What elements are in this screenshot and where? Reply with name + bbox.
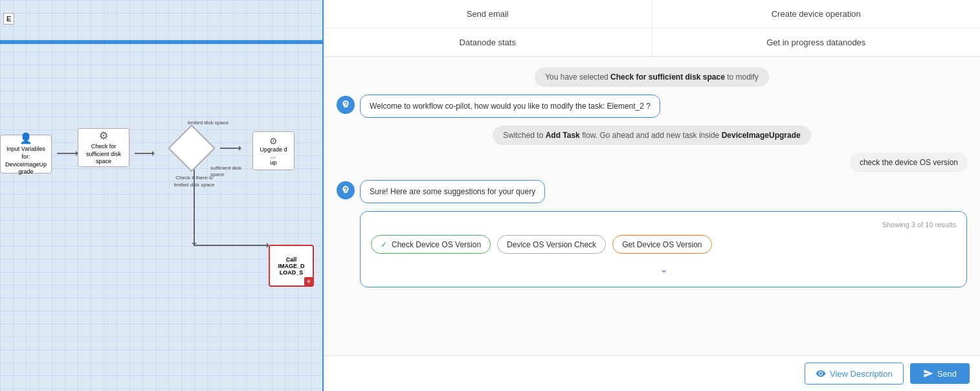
workflow-canvas: E 👤 Input Variablesfor:DeviceImageUpgrad…	[0, 0, 324, 391]
bot-bubble-2: Sure! Here are some suggestions for your…	[360, 180, 545, 203]
expand-chevron[interactable]: ⌄	[371, 260, 956, 278]
node-input-label: Input Variablesfor:DeviceImageUpgrade	[5, 146, 47, 176]
diamond-shape	[168, 124, 216, 172]
chip-device-os-version-check[interactable]: Device OS Version Check	[497, 235, 606, 254]
diamond-right-label: sufficient diskspace	[210, 165, 249, 179]
action-send-email[interactable]: Send email	[324, 0, 652, 28]
eye-icon	[816, 368, 826, 379]
gear-icon-upgrade: ⚙	[269, 136, 278, 146]
chip-check-device-os[interactable]: ✓ Check Device OS Version	[371, 235, 491, 254]
view-description-button[interactable]: View Description	[805, 363, 904, 385]
node-call-red[interactable]: CallIMAGE_DLOAD_S +	[269, 245, 314, 287]
node-upgrade-label: Upgrade d...up	[260, 146, 287, 166]
status-message-switched: Switched to Add Task flow. Go ahead and …	[493, 126, 810, 145]
send-button[interactable]: Send	[910, 363, 970, 384]
bot-avatar-1	[337, 96, 355, 114]
chip-get-device-os[interactable]: Get Device OS Version	[612, 235, 711, 254]
send-label: Send	[937, 369, 957, 379]
action-datanode-stats[interactable]: Datanode stats	[324, 28, 652, 56]
status-message-selected: You have selected Check for sufficient d…	[535, 67, 769, 87]
chips-row: ✓ Check Device OS Version Device OS Vers…	[371, 235, 956, 254]
chat-footer: View Description Send	[324, 355, 980, 391]
user-message: check the device OS version	[851, 153, 967, 172]
bot-avatar-2	[337, 181, 355, 199]
send-icon	[923, 368, 933, 379]
arrow-right-bottom	[194, 245, 269, 246]
check-icon: ✓	[381, 240, 388, 249]
action-buttons-grid: Send email Create device operation Datan…	[324, 0, 980, 57]
arrow-3	[220, 148, 241, 149]
chip-device-os-version-check-label: Device OS Version Check	[507, 240, 596, 249]
bot-bubble-1: Welcome to workflow co-pilot, how would …	[360, 95, 660, 118]
diamond-top-label: limited disk space	[188, 120, 228, 126]
action-create-device-op[interactable]: Create device operation	[652, 0, 981, 28]
chat-body: You have selected Check for sufficient d…	[324, 57, 980, 355]
gear-icon-check: ⚙	[99, 129, 108, 142]
chat-panel: Send email Create device operation Datan…	[324, 0, 980, 391]
action-get-in-progress[interactable]: Get in progress datanodes	[652, 28, 981, 56]
node-check-disk-space[interactable]: ⚙ Check forsufficient diskspace	[78, 128, 129, 167]
canvas-header-bar	[0, 40, 322, 44]
bot-message-2-wrapper: Sure! Here are some suggestions for your…	[337, 180, 967, 203]
arrow-1	[57, 153, 78, 154]
canvas-label: E	[3, 13, 14, 25]
plus-badge: +	[304, 277, 313, 286]
node-call-label: CallIMAGE_DLOAD_S	[278, 256, 304, 276]
suggestion-area: Showing 3 of 10 results ✓ Check Device O…	[360, 211, 967, 287]
chip-get-device-os-label: Get Device OS Version	[622, 240, 702, 249]
node-input-variables[interactable]: 👤 Input Variablesfor:DeviceImageUpgrade	[0, 135, 52, 173]
node-upgrade[interactable]: ⚙ Upgrade d...up	[252, 131, 295, 170]
arrow-2	[135, 153, 154, 154]
view-description-label: View Description	[830, 369, 893, 379]
node-check-label: Check forsufficient diskspace	[86, 143, 121, 166]
bot-message-1-wrapper: Welcome to workflow co-pilot, how would …	[337, 95, 967, 118]
showing-label: Showing 3 of 10 results	[371, 221, 956, 229]
workflow-area: 👤 Input Variablesfor:DeviceImageUpgrade …	[0, 44, 322, 391]
person-icon: 👤	[19, 132, 32, 144]
node-decision-diamond[interactable]: limited disk space Check if there islimi…	[175, 131, 208, 165]
chip-check-device-os-label: Check Device OS Version	[392, 240, 481, 249]
